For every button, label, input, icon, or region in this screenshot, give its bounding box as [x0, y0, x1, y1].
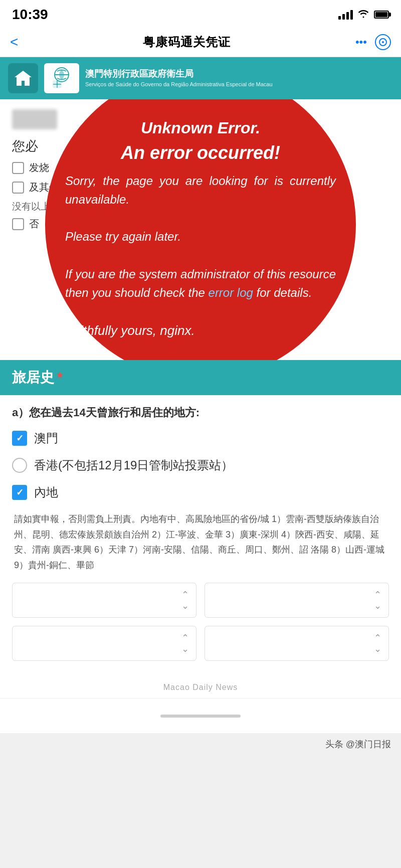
bg-no-label: 否: [29, 217, 39, 231]
travel-section: 旅居史 * a）您在過去14天曾旅行和居住的地方: 澳門 香港(不包括12月19…: [0, 360, 401, 698]
checkbox-inland[interactable]: [12, 485, 27, 500]
error-modal: Unknown Error. An error occurred! Sorry,…: [45, 99, 356, 360]
inland-description: 請如實申報，否則需負上刑責。內地有中、高風險地區的省份/城 1）雲南-西雙版納傣…: [12, 511, 389, 573]
svg-point-1: [382, 41, 384, 43]
dropdown-2-arrow: ⌃⌄: [374, 589, 381, 611]
home-icon-box: [8, 63, 38, 93]
dropdown-3[interactable]: ⌃⌄: [12, 626, 196, 661]
dropdown-2[interactable]: ⌃⌄: [205, 583, 389, 618]
checkbox-macao[interactable]: [12, 431, 27, 446]
status-icons: [338, 9, 389, 21]
status-bar: 10:39: [0, 0, 401, 27]
bg-checkbox-1: [12, 162, 24, 174]
bg-checkbox-2: [12, 182, 24, 194]
nav-bar: < 粤康码通关凭证 •••: [0, 27, 401, 57]
org-name-pt: Serviços de Saúde do Governo da Região A…: [85, 81, 393, 88]
dropdown-row-2: ⌃⌄ ⌃⌄: [12, 626, 389, 661]
option-inland[interactable]: 內地: [12, 484, 389, 500]
checkbox-hk[interactable]: [12, 458, 27, 473]
watermark: Macao Daily News: [0, 679, 401, 698]
option-hk-label: 香港(不包括12月19日管制站投票站）: [34, 457, 233, 473]
more-options-button[interactable]: •••: [355, 36, 367, 49]
travel-question-a: a）您在過去14天曾旅行和居住的地方:: [12, 405, 389, 420]
travel-title: 旅居史: [12, 368, 54, 387]
back-button[interactable]: <: [10, 34, 18, 50]
wifi-icon: [358, 9, 369, 21]
scan-button[interactable]: [375, 34, 391, 50]
home-indicator: [160, 715, 241, 718]
error-body: Sorry, the page you are looking for is c…: [65, 171, 336, 341]
travel-body: a）您在過去14天曾旅行和居住的地方: 澳門 香港(不包括12月19日管制站投票…: [0, 395, 401, 679]
travel-header: 旅居史 *: [0, 360, 401, 395]
signal-icon: [338, 10, 353, 20]
bg-checkbox-no: [12, 218, 24, 230]
error-body-1: Sorry, the page you are looking for is c…: [65, 174, 336, 206]
org-name-cn: 澳門特別行政區政府衛生局: [85, 68, 393, 80]
status-time: 10:39: [12, 7, 48, 23]
footer-credit: 头条 @澳门日报: [0, 733, 401, 755]
house-icon: [13, 68, 33, 88]
dropdown-row-1: ⌃⌄ ⌃⌄: [12, 583, 389, 618]
error-log-link[interactable]: error log: [209, 286, 253, 299]
dropdown-4-arrow: ⌃⌄: [374, 632, 381, 654]
error-overlay-wrapper: 您必 发烧 及其他呼吸道症 没有以上症状 否 Unknown Error. An…: [0, 99, 401, 360]
battery-icon: [374, 11, 389, 19]
header-banner: + 澳門特別行政區政府衛生局 Serviços de Saúde do Gove…: [0, 57, 401, 99]
bottom-bar: [0, 698, 401, 733]
option-macao-label: 澳門: [34, 430, 58, 446]
nav-actions: •••: [355, 34, 391, 50]
dropdown-1-arrow: ⌃⌄: [181, 589, 189, 611]
bg-label-1: 发烧: [29, 161, 49, 175]
dropdown-1[interactable]: ⌃⌄: [12, 583, 196, 618]
error-main-message: An error occurred!: [121, 142, 280, 163]
header-text: 澳門特別行政區政府衛生局 Serviços de Saúde do Govern…: [85, 68, 393, 89]
page-title: 粤康码通关凭证: [143, 34, 231, 50]
dropdown-4[interactable]: ⌃⌄: [205, 626, 389, 661]
required-marker: *: [57, 370, 63, 386]
option-inland-label: 內地: [34, 484, 58, 500]
option-hk[interactable]: 香港(不包括12月19日管制站投票站）: [12, 457, 389, 473]
error-body-2: Please try again later.: [65, 230, 181, 243]
org-logo: +: [44, 63, 79, 93]
avatar-placeholder: [12, 109, 57, 129]
dropdown-3-arrow: ⌃⌄: [181, 632, 189, 654]
footer-credit-text: 头条 @澳门日报: [325, 738, 391, 750]
error-body-4: for details.: [257, 286, 312, 299]
error-title: Unknown Error.: [141, 119, 260, 137]
option-macao[interactable]: 澳門: [12, 430, 389, 446]
error-footer: Faithfully yours, nginx.: [65, 323, 195, 338]
